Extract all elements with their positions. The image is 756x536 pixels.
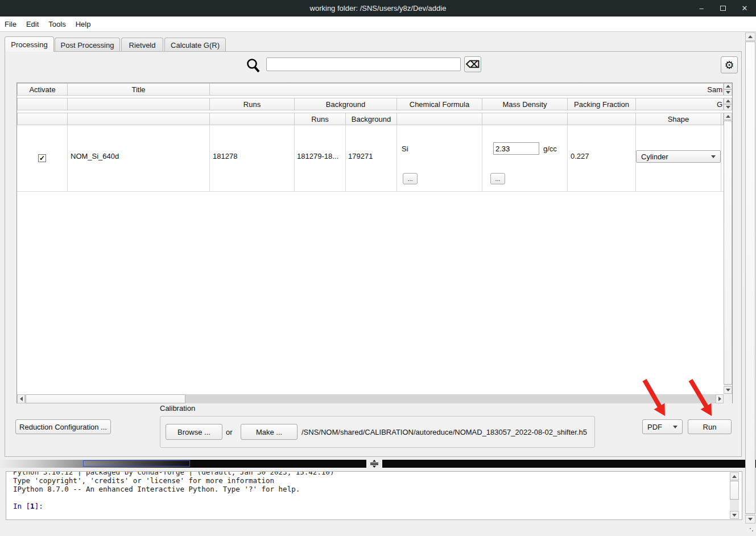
header2-scroll-up[interactable]: [724, 98, 732, 104]
mass-density-edit-button[interactable]: ...: [490, 173, 505, 184]
size-grip[interactable]: [750, 528, 751, 529]
col-header-background[interactable]: Background: [294, 98, 397, 110]
table-vscroll-thumb[interactable]: [724, 121, 732, 385]
prompt-post: ]:: [35, 502, 43, 510]
col-header-bg-runs[interactable]: Runs: [294, 113, 346, 125]
maximize-button[interactable]: [713, 0, 733, 17]
clear-search-button[interactable]: ⌫: [464, 56, 481, 72]
menu-tools[interactable]: Tools: [48, 20, 71, 28]
activate-checkbox[interactable]: ✓: [38, 154, 46, 162]
menu-help[interactable]: Help: [76, 20, 96, 28]
header2-blank-activate: [17, 98, 68, 110]
or-label: or: [226, 428, 233, 436]
cell-background[interactable]: 179271: [348, 152, 373, 160]
triangle-down-icon: [748, 518, 753, 521]
tab-post-processing-label: Post Processing: [61, 41, 114, 50]
cell-runs[interactable]: 181278: [213, 152, 237, 160]
grid-line: [209, 125, 210, 191]
titlebar: working folder: /SNS/users/y8z/Dev/addie: [0, 0, 756, 17]
close-icon: ✕: [742, 4, 748, 13]
header2-scroll-down[interactable]: [724, 104, 732, 110]
chevron-down-icon: [673, 426, 677, 428]
cell-background-runs[interactable]: 181279-18...: [297, 152, 338, 160]
col-header-sample[interactable]: Sam: [209, 83, 724, 96]
grid-line: [294, 125, 295, 191]
col-header-mass-density[interactable]: Mass Density: [482, 98, 568, 110]
grid-line: [482, 125, 482, 191]
grid-line: [567, 125, 568, 191]
red-arrow-pdf-shaft: [645, 380, 660, 407]
splitter-focus-rect: [83, 460, 190, 467]
console-line-clipped: Python 3.10.12 | packaged by conda-forge…: [13, 471, 725, 476]
tab-post-processing[interactable]: Post Processing: [55, 38, 120, 52]
calibration-make-button[interactable]: Make ...: [241, 424, 298, 440]
minimize-icon: –: [699, 4, 703, 13]
search-input[interactable]: [266, 57, 461, 71]
menu-file[interactable]: File: [5, 20, 22, 28]
console-line: IPython 8.7.0 -- An enhanced Interactive…: [13, 485, 725, 493]
console-vscroll-thumb[interactable]: [730, 481, 739, 500]
col-header-geometry[interactable]: G: [635, 98, 724, 110]
grid-line: [721, 125, 721, 191]
tab-processing[interactable]: Processing: [5, 36, 54, 52]
tab-calculate-gr[interactable]: Calculate G(R): [164, 38, 226, 52]
grid-line: [67, 125, 68, 191]
mass-density-input[interactable]: [493, 142, 539, 155]
reduction-configuration-button[interactable]: Reduction Configuration ...: [15, 419, 111, 434]
grid-line: [17, 191, 724, 192]
ipython-console[interactable]: Python 3.10.12 | packaged by conda-forge…: [6, 471, 742, 520]
cell-chemical-formula[interactable]: Si: [402, 145, 408, 153]
check-icon: ✓: [39, 154, 45, 162]
header3-blank-title: [67, 113, 210, 125]
tab-rietveld-label: Rietveld: [129, 41, 156, 50]
sample-table: Activate Title Sam Runs Background Chemi…: [16, 83, 733, 403]
window-title: working folder: /SNS/users/y8z/Dev/addie: [310, 4, 447, 13]
header3-blank-chem: [396, 113, 482, 125]
triangle-down-icon: [726, 91, 730, 94]
calibration-browse-button[interactable]: Browse ...: [166, 424, 222, 440]
header1-scroll-up[interactable]: [724, 83, 732, 89]
header3-blank-mass: [482, 113, 568, 125]
triangle-down-icon: [732, 514, 737, 517]
col-header-runs[interactable]: Runs: [209, 98, 295, 110]
window-vscroll-thumb[interactable]: [745, 42, 755, 514]
close-button[interactable]: ✕: [735, 0, 754, 17]
window-vscroll-up[interactable]: [745, 32, 755, 41]
triangle-up-icon: [732, 475, 737, 478]
menu-edit[interactable]: Edit: [26, 20, 44, 28]
red-arrow-run-shaft: [691, 380, 707, 407]
col-header-shape[interactable]: Shape: [635, 113, 721, 125]
mass-density-units: g/cc: [543, 145, 557, 153]
console-vscroll-down[interactable]: [730, 511, 739, 519]
minimize-button[interactable]: –: [692, 0, 711, 17]
console-vscroll-up[interactable]: [730, 472, 739, 480]
console-output: Python 3.10.12 | packaged by conda-forge…: [13, 471, 725, 510]
tab-processing-label: Processing: [11, 40, 47, 49]
table-hscroll-left[interactable]: [17, 394, 25, 403]
console-line: Type 'copyright', 'credits' or 'license'…: [13, 476, 725, 485]
header1-scroll-down[interactable]: [724, 89, 732, 96]
table-vscroll-up[interactable]: [724, 113, 732, 120]
triangle-up-icon: [726, 85, 730, 88]
tab-rietveld[interactable]: Rietveld: [121, 38, 163, 52]
chemical-formula-edit-button[interactable]: ...: [403, 173, 418, 184]
splitter-grip-icon: [369, 460, 379, 468]
col-header-title[interactable]: Title: [67, 83, 210, 96]
settings-button[interactable]: ⚙: [721, 56, 738, 73]
annotation-arrows: [626, 373, 728, 424]
window-vscroll-down[interactable]: [745, 515, 755, 523]
splitter-grip[interactable]: [366, 460, 382, 468]
triangle-left-icon: [20, 397, 23, 401]
triangle-up-icon: [748, 35, 753, 38]
col-header-bg-background[interactable]: Background: [345, 113, 397, 125]
shape-combobox[interactable]: Cylinder: [636, 150, 721, 163]
gear-icon: ⚙: [724, 59, 734, 72]
cell-packing-fraction[interactable]: 0.227: [571, 152, 589, 160]
table-hscroll-thumb[interactable]: [26, 394, 185, 403]
cell-title[interactable]: NOM_Si_640d: [71, 152, 119, 160]
triangle-down-icon: [726, 106, 730, 109]
col-header-packing-fraction[interactable]: Packing Fraction: [567, 98, 636, 110]
col-header-activate[interactable]: Activate: [17, 83, 68, 96]
console-prompt-line: In [1]:: [13, 502, 725, 510]
col-header-chemical-formula[interactable]: Chemical Formula: [396, 98, 482, 110]
